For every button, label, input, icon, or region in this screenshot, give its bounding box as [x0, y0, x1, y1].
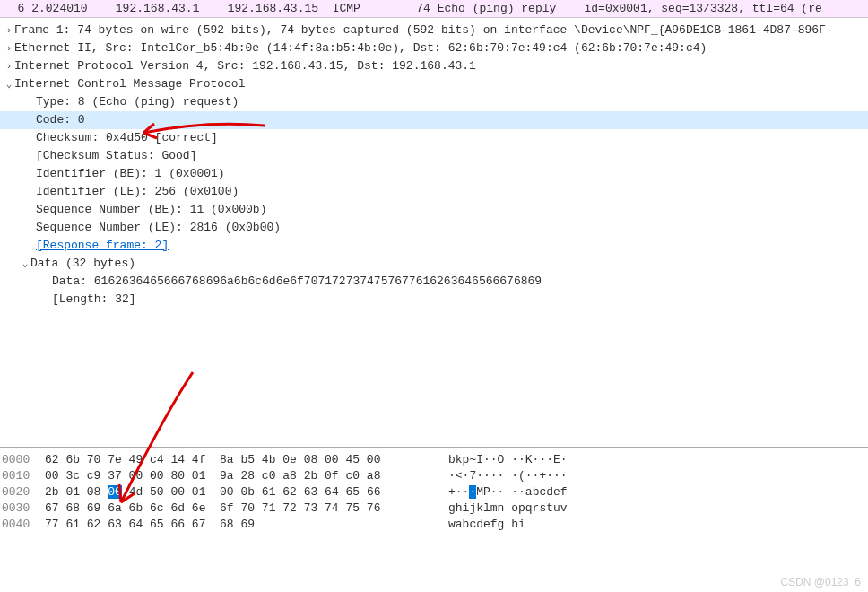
hex-offset: 0010: [2, 468, 45, 484]
chevron-down-icon[interactable]: ⌄: [20, 256, 30, 272]
hex-dump-pane: 0000 62 6b 70 7e 49 c4 14 4f 8a b5 4b 0e…: [0, 448, 868, 574]
chevron-right-icon[interactable]: ›: [4, 22, 14, 39]
chevron-right-icon[interactable]: ›: [4, 58, 14, 74]
icmp-data[interactable]: ⌄Data (32 bytes): [0, 255, 868, 273]
detail-ip[interactable]: ›Internet Protocol Version 4, Src: 192.1…: [0, 57, 868, 75]
hex-bytes[interactable]: 67 68 69 6a 6b 6c 6d 6e 6f 70 71 72 73 7…: [45, 501, 430, 517]
hex-row[interactable]: 0020 2b 01 08 00 4d 50 00 01 00 0b 61 62…: [2, 484, 866, 501]
packet-details-pane: ›Frame 1: 74 bytes on wire (592 bits), 7…: [0, 18, 868, 448]
icmp-data-length[interactable]: [Length: 32]: [0, 291, 868, 309]
hex-offset: 0020: [2, 484, 45, 501]
hex-ascii[interactable]: +···MP·· ··abcdef: [430, 484, 568, 501]
hex-ascii[interactable]: wabcdefg hi: [430, 517, 525, 533]
icmp-checksum-status[interactable]: [Checksum Status: Good]: [0, 147, 868, 165]
watermark: CSDN @0123_6: [780, 576, 861, 588]
chevron-down-icon[interactable]: ⌄: [4, 76, 14, 92]
hex-ascii[interactable]: ·<·7···· ·(··+···: [430, 468, 568, 484]
icmp-code[interactable]: Code: 0: [0, 111, 868, 129]
icmp-type[interactable]: Type: 8 (Echo (ping) request): [0, 93, 868, 111]
icmp-id-be[interactable]: Identifier (BE): 1 (0x0001): [0, 165, 868, 183]
hex-offset: 0040: [2, 517, 45, 533]
icmp-data-hex[interactable]: Data: 6162636465666768696a6b6c6d6e6f7071…: [0, 273, 868, 291]
icmp-response-frame[interactable]: [Response frame: 2]: [0, 237, 868, 255]
hex-bytes[interactable]: 77 61 62 63 64 65 66 67 68 69: [45, 517, 430, 533]
hex-ascii[interactable]: bkp~I··O ··K···E·: [430, 452, 568, 468]
hex-row[interactable]: 0000 62 6b 70 7e 49 c4 14 4f 8a b5 4b 0e…: [2, 452, 866, 468]
hex-ascii[interactable]: ghijklmn opqrstuv: [430, 501, 568, 517]
hex-offset: 0030: [2, 501, 45, 517]
chevron-right-icon[interactable]: ›: [4, 40, 14, 57]
hex-row[interactable]: 0030 67 68 69 6a 6b 6c 6d 6e 6f 70 71 72…: [2, 501, 866, 517]
icmp-id-le[interactable]: Identifier (LE): 256 (0x0100): [0, 183, 868, 201]
hex-selected-byte: 00: [108, 485, 122, 499]
hex-bytes[interactable]: 2b 01 08 00 4d 50 00 01 00 0b 61 62 63 6…: [45, 484, 430, 501]
hex-row[interactable]: 0040 77 61 62 63 64 65 66 67 68 69 wabcd…: [2, 517, 866, 533]
hex-offset: 0000: [2, 452, 45, 468]
detail-frame[interactable]: ›Frame 1: 74 bytes on wire (592 bits), 7…: [0, 22, 868, 39]
hex-bytes[interactable]: 62 6b 70 7e 49 c4 14 4f 8a b5 4b 0e 08 0…: [45, 452, 430, 468]
icmp-checksum[interactable]: Checksum: 0x4d50 [correct]: [0, 129, 868, 147]
hex-row[interactable]: 0010 00 3c c9 37 00 00 80 01 9a 28 c0 a8…: [2, 468, 866, 484]
detail-ethernet[interactable]: ›Ethernet II, Src: IntelCor_b5:4b:0e (14…: [0, 39, 868, 57]
icmp-seq-le[interactable]: Sequence Number (LE): 2816 (0x0b00): [0, 219, 868, 237]
packet-row-text: 6 2.024010 192.168.43.1 192.168.43.15 IC…: [4, 2, 822, 15]
packet-list-row[interactable]: 6 2.024010 192.168.43.1 192.168.43.15 IC…: [0, 0, 868, 18]
hex-bytes[interactable]: 00 3c c9 37 00 00 80 01 9a 28 c0 a8 2b 0…: [45, 468, 430, 484]
icmp-seq-be[interactable]: Sequence Number (BE): 11 (0x000b): [0, 201, 868, 219]
detail-icmp[interactable]: ⌄Internet Control Message Protocol: [0, 75, 868, 93]
